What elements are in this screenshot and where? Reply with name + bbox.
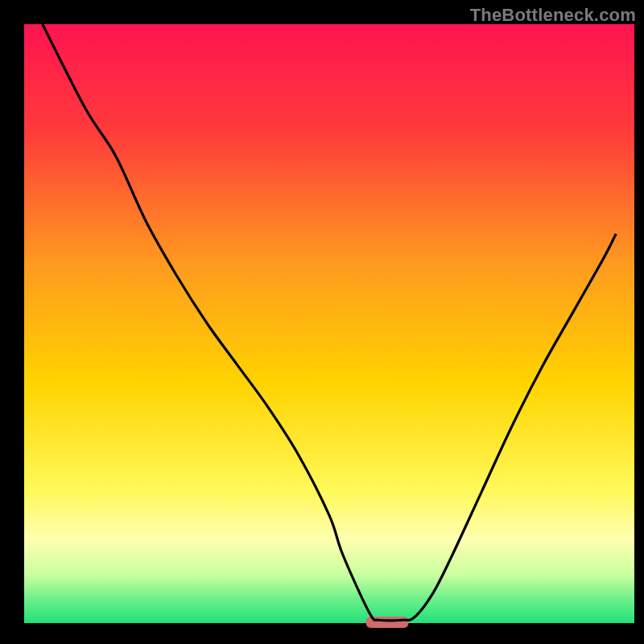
watermark-label: TheBottleneck.com [470,5,636,26]
bottleneck-chart: TheBottleneck.com [0,0,644,644]
plot-area [24,24,634,628]
gradient-background [24,24,634,623]
chart-svg [0,0,644,644]
